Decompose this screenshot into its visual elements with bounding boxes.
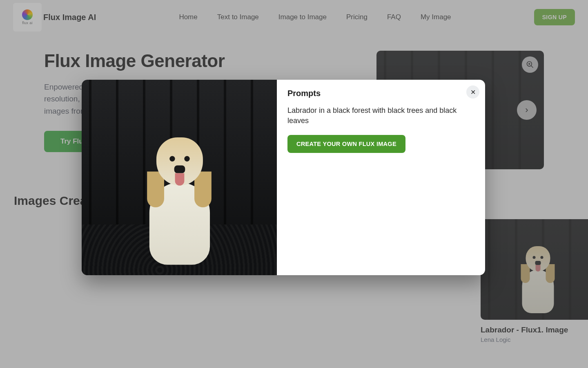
labrador-illustration	[143, 137, 216, 269]
create-image-button[interactable]: CREATE YOUR OWN FLUX IMAGE	[287, 135, 405, 153]
modal-image	[82, 80, 277, 275]
modal-content: ✕ Prompts Labrador in a black forest wit…	[277, 80, 485, 275]
prompt-modal: ✕ Prompts Labrador in a black forest wit…	[82, 80, 485, 275]
modal-prompt-text: Labrador in a black forest with black tr…	[287, 105, 474, 126]
modal-close-button[interactable]: ✕	[466, 85, 479, 99]
modal-heading: Prompts	[287, 89, 474, 98]
close-icon: ✕	[470, 88, 476, 96]
